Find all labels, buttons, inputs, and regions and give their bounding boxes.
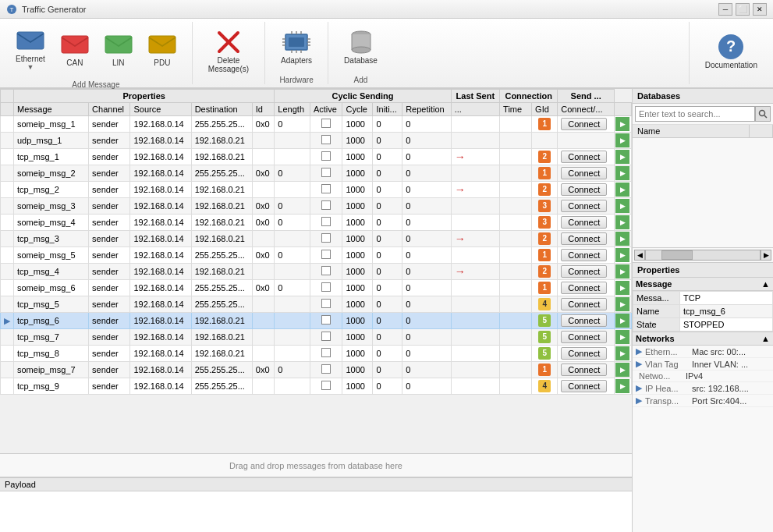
cell-play[interactable] — [615, 329, 632, 346]
table-row[interactable]: someip_msg_1 sender 192.168.0.14 255.255… — [1, 116, 632, 133]
can-button[interactable]: CAN — [55, 29, 95, 70]
cell-connect[interactable]: Connect — [558, 280, 615, 296]
connect-button[interactable]: Connect — [561, 364, 607, 376]
cell-active[interactable] — [310, 149, 342, 165]
table-row[interactable]: tcp_msg_8 sender 192.168.0.14 192.168.0.… — [1, 346, 632, 362]
cell-play[interactable] — [615, 378, 632, 395]
cell-connect[interactable]: Connect — [558, 165, 615, 182]
active-checkbox[interactable] — [321, 184, 331, 193]
active-checkbox[interactable] — [321, 348, 331, 357]
connect-button[interactable]: Connect — [561, 282, 607, 294]
cell-connect[interactable]: Connect — [558, 362, 615, 378]
active-checkbox[interactable] — [321, 151, 331, 161]
cell-active[interactable] — [310, 116, 342, 133]
db-horizontal-scrollbar[interactable] — [645, 250, 761, 261]
play-button[interactable] — [615, 379, 629, 393]
play-button[interactable] — [615, 248, 629, 262]
cell-active[interactable] — [310, 296, 342, 313]
cell-connect[interactable]: Connect — [558, 215, 615, 231]
network-row[interactable]: ▶ Transp... Port Src:404... — [633, 395, 773, 407]
cell-active[interactable] — [310, 231, 342, 247]
table-row[interactable]: someip_msg_7 sender 192.168.0.14 255.255… — [1, 362, 632, 378]
cell-active[interactable] — [310, 346, 342, 362]
search-input[interactable] — [635, 106, 755, 122]
cell-active[interactable] — [310, 362, 342, 378]
table-row[interactable]: ▶ tcp_msg_6 sender 192.168.0.14 192.168.… — [1, 313, 632, 329]
table-row[interactable]: someip_msg_3 sender 192.168.0.14 192.168… — [1, 198, 632, 215]
connect-button[interactable]: Connect — [561, 347, 607, 360]
delete-button[interactable]: DeleteMessage(s) — [202, 27, 255, 76]
message-table-container[interactable]: Properties Cyclic Sending Last Sent Conn… — [0, 89, 632, 454]
play-button[interactable] — [615, 133, 629, 147]
database-button[interactable]: Database — [338, 27, 384, 68]
cell-active[interactable] — [310, 215, 342, 231]
network-expand-icon[interactable]: ▶ — [636, 383, 642, 393]
table-row[interactable]: someip_msg_5 sender 192.168.0.14 255.255… — [1, 247, 632, 264]
active-checkbox[interactable] — [321, 135, 331, 144]
ethernet-button[interactable]: Ethernet ▼ — [9, 25, 51, 74]
th-time[interactable]: Time — [500, 103, 532, 116]
play-button[interactable] — [615, 166, 629, 180]
th-cycle[interactable]: Cycle — [342, 103, 373, 116]
cell-active[interactable] — [310, 198, 342, 215]
play-button[interactable] — [615, 346, 629, 360]
play-button[interactable] — [615, 199, 629, 213]
play-button[interactable] — [615, 232, 629, 246]
search-button[interactable] — [755, 106, 771, 122]
active-checkbox[interactable] — [321, 315, 331, 325]
db-scrollbar-thumb[interactable] — [661, 250, 693, 260]
network-expand-icon[interactable]: ▶ — [636, 395, 642, 406]
connect-button[interactable]: Connect — [561, 118, 607, 130]
table-row[interactable]: tcp_msg_4 sender 192.168.0.14 192.168.0.… — [1, 264, 632, 280]
connect-button[interactable]: Connect — [561, 265, 607, 278]
active-checkbox[interactable] — [321, 250, 331, 259]
cell-connect[interactable]: Connect — [558, 264, 615, 280]
connect-button[interactable]: Connect — [561, 167, 607, 179]
cell-active[interactable] — [310, 133, 342, 149]
cell-active[interactable] — [310, 329, 342, 346]
network-row[interactable]: Netwo... IPv4 — [633, 371, 773, 382]
play-button[interactable] — [615, 330, 629, 344]
connect-button[interactable]: Connect — [561, 200, 607, 212]
connect-button[interactable]: Connect — [561, 183, 607, 196]
cell-connect[interactable]: Connect — [558, 198, 615, 215]
connect-button[interactable]: Connect — [561, 232, 607, 245]
documentation-button[interactable]: ? Documentation — [699, 31, 764, 73]
cell-connect[interactable]: Connect — [558, 182, 615, 198]
active-checkbox[interactable] — [321, 200, 331, 210]
cell-connect[interactable]: Connect — [558, 378, 615, 395]
play-button[interactable] — [615, 117, 629, 131]
table-row[interactable]: tcp_msg_9 sender 192.168.0.14 255.255.25… — [1, 378, 632, 395]
cell-active[interactable] — [310, 280, 342, 296]
drag-drop-area[interactable]: Drag and drop messages from database her… — [0, 454, 632, 477]
connect-button[interactable]: Connect — [561, 314, 607, 327]
cell-play[interactable] — [615, 313, 632, 329]
cell-connect[interactable]: Connect — [558, 231, 615, 247]
cell-active[interactable] — [310, 247, 342, 264]
table-row[interactable]: tcp_msg_5 sender 192.168.0.14 255.255.25… — [1, 296, 632, 313]
table-row[interactable]: tcp_msg_7 sender 192.168.0.14 192.168.0.… — [1, 329, 632, 346]
network-row[interactable]: ▶ Vlan Tag Inner VLAN: ... — [633, 358, 773, 371]
cell-connect[interactable]: Connect — [558, 346, 615, 362]
cell-play[interactable] — [615, 231, 632, 247]
cell-play[interactable] — [615, 182, 632, 198]
play-button[interactable] — [615, 281, 629, 295]
connect-button[interactable]: Connect — [561, 298, 607, 310]
active-checkbox[interactable] — [321, 299, 331, 308]
cell-active[interactable] — [310, 264, 342, 280]
table-row[interactable]: someip_msg_2 sender 192.168.0.14 255.255… — [1, 165, 632, 182]
active-checkbox[interactable] — [321, 168, 331, 177]
active-checkbox[interactable] — [321, 233, 331, 243]
scroll-right-button[interactable]: ▶ — [761, 250, 771, 261]
close-button[interactable]: ✕ — [753, 3, 767, 16]
network-row[interactable]: ▶ Ethern... Mac src: 00:... — [633, 346, 773, 358]
network-row[interactable]: ▶ IP Hea... src: 192.168.... — [633, 382, 773, 395]
th-id[interactable]: Id — [252, 103, 275, 116]
th-destination[interactable]: Destination — [191, 103, 252, 116]
cell-connect[interactable]: Connect — [558, 296, 615, 313]
cell-play[interactable] — [615, 264, 632, 280]
cell-play[interactable] — [615, 362, 632, 378]
table-row[interactable]: someip_msg_6 sender 192.168.0.14 255.255… — [1, 280, 632, 296]
play-button[interactable] — [615, 314, 629, 328]
th-repetition[interactable]: Repetition — [402, 103, 452, 116]
